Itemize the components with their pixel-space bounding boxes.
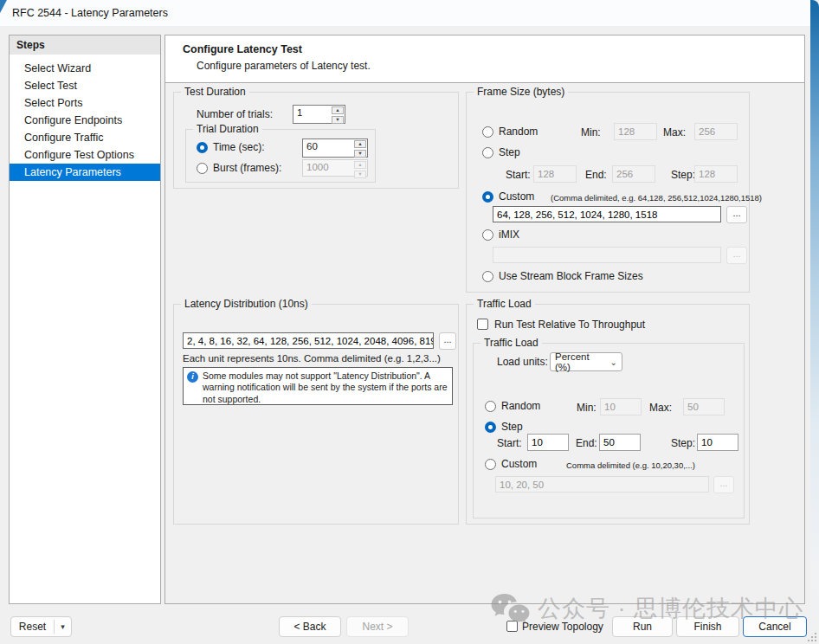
time-stepper[interactable]: 60 ▲ ▼ <box>302 138 368 158</box>
frame-start-field: 128 <box>533 165 577 183</box>
frame-max-field: 256 <box>694 123 738 140</box>
window-title: RFC 2544 - Latency Parameters <box>12 0 168 26</box>
frame-step-label[interactable]: Step <box>499 146 520 158</box>
sidebar-item-select-wizard[interactable]: Select Wizard <box>10 60 160 77</box>
load-min-field: 10 <box>600 398 642 415</box>
reset-split-button[interactable]: Reset ▾ <box>10 616 72 637</box>
load-units-label: Load units: <box>497 356 548 368</box>
frame-custom-radio[interactable] <box>482 191 493 203</box>
frame-streamblock-label[interactable]: Use Stream Block Frame Sizes <box>499 270 643 282</box>
frame-end-label: End: <box>585 169 607 181</box>
preview-topology-checkbox[interactable] <box>506 621 518 632</box>
load-step-radio[interactable] <box>485 422 496 433</box>
load-custom-hint: Comma delimited (e.g. 10,20,30,...) <box>566 460 695 470</box>
frame-custom-label[interactable]: Custom <box>499 190 534 203</box>
load-end-label: End: <box>576 437 597 449</box>
latency-distribution-browse-button[interactable]: ... <box>439 332 456 350</box>
page-title: Configure Latency Test <box>183 43 302 55</box>
frame-custom-field[interactable]: 64, 128, 256, 512, 1024, 1280, 1518 <box>493 206 721 222</box>
stepper-buttons: ▲ ▼ <box>353 160 367 176</box>
burst-value: 1000 <box>303 160 353 176</box>
number-of-trials-value: 1 <box>293 106 331 123</box>
frame-custom-hint: (Comma delimited, e.g. 64,128, 256,512,1… <box>551 193 762 203</box>
sidebar-item-latency-parameters[interactable]: Latency Parameters <box>10 164 160 181</box>
load-custom-radio[interactable] <box>485 459 496 470</box>
traffic-load-group-label: Traffic Load <box>474 298 535 310</box>
frame-streamblock-radio[interactable] <box>482 271 493 282</box>
time-radio[interactable] <box>197 142 208 153</box>
frame-start-label: Start: <box>506 169 531 181</box>
load-units-value: Percent (%) <box>555 351 605 372</box>
steps-list: Select Wizard Select Test Select Ports C… <box>10 60 160 181</box>
load-custom-field: 10, 20, 50 <box>495 476 709 493</box>
trial-duration-group: Trial Duration Time (sec): 60 ▲ ▼ Burst … <box>185 129 376 183</box>
load-max-label: Max: <box>649 402 672 414</box>
frame-end-field: 256 <box>612 165 655 183</box>
background-window-edge <box>810 0 819 644</box>
latency-distribution-field[interactable]: 2, 4, 8, 16, 32, 64, 128, 256, 512, 1024… <box>183 332 434 349</box>
resize-grip-icon[interactable] <box>806 631 816 641</box>
frame-random-label[interactable]: Random <box>499 126 538 138</box>
latency-distribution-group: Latency Distribution (10ns) 2, 4, 8, 16,… <box>173 304 459 525</box>
number-of-trials-stepper[interactable]: 1 ▲ ▼ <box>293 105 345 124</box>
sidebar-item-select-ports[interactable]: Select Ports <box>10 94 160 112</box>
burst-radio[interactable] <box>197 163 208 174</box>
frame-imix-label[interactable]: iMIX <box>499 229 519 241</box>
finish-button[interactable]: Finish <box>676 616 739 637</box>
stepper-up-icon[interactable]: ▲ <box>354 140 366 148</box>
load-step-label[interactable]: Step <box>501 421 523 433</box>
sidebar-item-configure-traffic[interactable]: Configure Traffic <box>10 129 160 146</box>
burst-stepper: 1000 ▲ ▼ <box>302 159 368 177</box>
stepper-down-icon[interactable]: ▼ <box>332 116 344 124</box>
rfc2544-wizard-window: RFC 2544 - Latency Parameters Steps Sele… <box>0 0 819 644</box>
frame-step-radio[interactable] <box>482 147 493 158</box>
frame-min-field: 128 <box>614 123 657 140</box>
chevron-down-icon: ⌄ <box>605 357 617 367</box>
sidebar-item-configure-endpoints[interactable]: Configure Endpoints <box>10 112 160 129</box>
reset-button[interactable]: Reset <box>11 617 54 636</box>
run-button[interactable]: Run <box>612 616 673 637</box>
time-label[interactable]: Time (sec): <box>213 141 265 153</box>
load-random-label[interactable]: Random <box>501 400 540 412</box>
page-header: Configure Latency Test Configure paramet… <box>165 35 804 83</box>
load-stepsize-field[interactable]: 10 <box>697 434 738 451</box>
burst-label[interactable]: Burst (frames): <box>213 162 281 174</box>
test-duration-group: Test Duration Number of trials: 1 ▲ ▼ Tr… <box>173 92 459 189</box>
stepper-up-icon: ▲ <box>354 161 366 169</box>
cancel-button[interactable]: Cancel <box>743 616 807 637</box>
stepper-down-icon: ▼ <box>354 171 366 178</box>
preview-topology-label[interactable]: Preview Topology <box>522 621 603 633</box>
title-bar: RFC 2544 - Latency Parameters <box>0 0 811 26</box>
load-custom-label[interactable]: Custom <box>501 458 537 470</box>
load-end-field[interactable]: 50 <box>599 434 641 451</box>
frame-imix-radio[interactable] <box>482 229 493 241</box>
load-start-field[interactable]: 10 <box>527 434 569 451</box>
sidebar-item-configure-test-options[interactable]: Configure Test Options <box>10 146 160 164</box>
number-of-trials-label: Number of trials: <box>197 108 273 120</box>
frame-size-group: Frame Size (bytes) Random Min: 128 Max: … <box>466 92 750 293</box>
frame-custom-browse-button[interactable]: ... <box>726 206 747 223</box>
frame-max-label: Max: <box>663 126 686 138</box>
stepper-up-icon[interactable]: ▲ <box>332 106 344 114</box>
steps-header: Steps <box>10 35 160 55</box>
latency-distribution-group-label: Latency Distribution (10ns) <box>181 298 312 310</box>
sidebar-item-select-test[interactable]: Select Test <box>10 77 160 94</box>
back-button[interactable]: < Back <box>279 616 341 637</box>
frame-random-radio[interactable] <box>482 126 493 138</box>
latency-note-box: i Some modules may not support "Latency … <box>183 367 453 405</box>
frame-stepsize-label: Step: <box>671 169 695 181</box>
load-stepsize-label: Step: <box>671 437 695 449</box>
trial-duration-group-label: Trial Duration <box>193 123 262 135</box>
load-units-dropdown[interactable]: Percent (%) ⌄ <box>550 352 622 371</box>
reset-dropdown-arrow-icon[interactable]: ▾ <box>55 617 71 636</box>
frame-stepsize-field: 128 <box>694 165 738 183</box>
stepper-down-icon[interactable]: ▼ <box>354 150 366 158</box>
frame-imix-browse-button: ... <box>726 247 747 264</box>
load-custom-browse-button: ... <box>713 476 734 493</box>
traffic-load-inner-group: Traffic Load Load units: Percent (%) ⌄ R… <box>473 343 745 518</box>
traffic-load-inner-group-label: Traffic Load <box>480 337 542 349</box>
relative-throughput-label[interactable]: Run Test Relative To Throughput <box>494 319 645 331</box>
steps-sidebar: Steps Select Wizard Select Test Select P… <box>9 35 161 604</box>
load-random-radio[interactable] <box>485 401 496 412</box>
relative-throughput-checkbox[interactable] <box>477 319 488 330</box>
